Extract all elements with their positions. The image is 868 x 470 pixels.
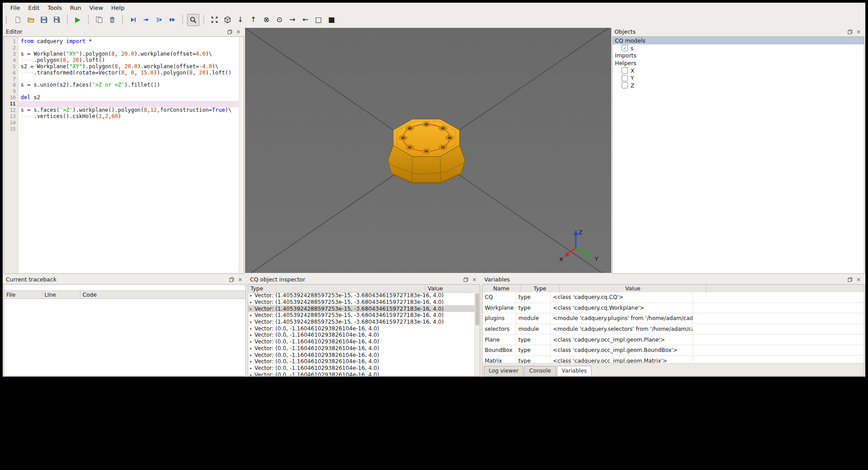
float-button[interactable] [226,28,233,35]
render-button[interactable] [93,14,105,26]
tree-item-imports[interactable]: Imports [613,52,864,59]
scrollbar-thumb[interactable] [475,293,479,325]
column-header-value[interactable]: Value [560,285,706,292]
debug-button[interactable] [127,14,139,26]
branch-expand-icon[interactable]: ▸ [250,300,254,304]
step-in-button[interactable] [153,14,165,26]
menu-item-run[interactable]: Run [66,4,85,12]
variable-row[interactable]: Planetype<class 'cadquery.occ_impl.geom.… [482,334,864,345]
run-button[interactable]: ▶ [72,14,84,26]
checkbox-y[interactable] [622,75,628,81]
branch-expand-icon[interactable]: ▸ [250,359,254,364]
variable-row[interactable]: Matrixtype<class 'cadquery.occ_impl.geom… [482,356,864,364]
open-button[interactable] [25,14,37,26]
editor-scrollbar[interactable] [239,37,244,273]
float-button[interactable] [846,28,854,35]
float-button[interactable] [228,276,235,283]
close-button[interactable]: × [237,276,244,283]
column-header-line[interactable]: Line [42,291,80,299]
iso-view-button[interactable] [221,14,233,26]
inspector-row[interactable]: ▸Vector: (0.0, -1.1604610293826104e-16, … [248,345,475,352]
inspector-scrollbar[interactable] [474,292,480,376]
menu-item-file[interactable]: File [6,4,24,12]
tree-item-z[interactable]: Z [613,82,864,89]
zoom-toggle-button[interactable] [187,14,199,26]
inspector-row[interactable]: ▸Vector: (0.0, -1.1604610293826104e-16, … [248,358,475,365]
right-view-button[interactable]: → [286,14,298,26]
branch-expand-icon[interactable]: ▸ [250,339,254,344]
toolbar-drag-handle[interactable] [6,16,8,24]
branch-expand-icon[interactable]: ▸ [250,313,254,317]
close-button[interactable]: × [855,28,862,35]
tab-log-viewer[interactable]: Log viewer [484,366,523,376]
column-header-code[interactable]: Code [80,291,245,299]
step-button[interactable] [140,14,152,26]
inspector-row[interactable]: ▸Vector: (0.0, -1.1604610293826104e-16, … [248,351,475,358]
variable-row[interactable]: Workplanetype<class 'cadquery.cq.Workpla… [482,303,864,314]
column-header-name[interactable]: Name [482,285,521,292]
inspector-row[interactable]: ▸Vector: (0.0, -1.1604610293826104e-16, … [248,332,475,338]
new-file-button[interactable] [12,14,24,26]
tab-console[interactable]: Console [524,366,556,376]
close-button[interactable]: × [235,28,242,35]
save-as-button[interactable] [51,14,63,26]
delete-button[interactable] [106,14,118,26]
variable-row[interactable]: pluginsmodule<module 'cadquery.plugins' … [482,313,864,324]
tree-item-y[interactable]: Y [613,74,864,82]
checkbox-z[interactable] [622,82,628,88]
inspector-row[interactable]: ▸Vector: (1.4053924288597253e-15, -3.680… [248,299,475,306]
shaded-view-button[interactable]: ■ [325,14,338,26]
checkbox-x[interactable] [622,67,628,74]
inspector-row[interactable]: ▸Vector: (1.4053924288597253e-15, -3.680… [248,292,475,299]
inspector-row[interactable]: ▸Vector: (0.0, -1.1604610293826104e-16, … [248,365,475,372]
column-header-value[interactable]: Value [425,285,480,292]
float-button[interactable] [462,276,469,283]
branch-expand-icon[interactable]: ▸ [250,346,254,351]
left-view-button[interactable]: ← [299,14,311,26]
inspector-row[interactable]: ▸Vector: (0.0, -1.1604610293826104e-16, … [248,325,475,332]
bottom-view-button[interactable]: ↓ [234,14,246,26]
tree-item-cq-models[interactable]: CQ models [613,37,864,44]
branch-expand-icon[interactable]: ▸ [250,293,254,298]
branch-expand-icon[interactable]: ▸ [250,307,254,311]
viewport-3d[interactable]: Z X Y [245,28,611,273]
inspector-row[interactable]: ▸Vector: (0.0, -1.1604610293826104e-16, … [248,338,475,345]
top-view-button[interactable]: ↑ [247,14,259,26]
checkbox-s[interactable]: ✓ [622,45,628,51]
variable-row[interactable]: CQtype<class 'cadquery.cq.CQ'> [482,292,864,303]
tree-item-helpers[interactable]: Helpers [613,59,864,67]
branch-expand-icon[interactable]: ▸ [250,326,254,331]
wireframe-view-button[interactable]: □ [312,14,324,26]
branch-expand-icon[interactable]: ▸ [250,373,254,376]
menu-item-view[interactable]: View [85,4,107,12]
branch-expand-icon[interactable]: ▸ [250,366,254,370]
inspector-row[interactable]: ▸Vector: (1.4053924288597253e-15, -3.680… [248,319,475,325]
tab-variables[interactable]: Variables [557,366,592,376]
tree-item-x[interactable]: X [613,67,864,75]
cad-model[interactable] [388,119,465,183]
continue-button[interactable] [166,14,178,26]
inspector-row[interactable]: ▸Vector: (1.4053924288597253e-15, -3.680… [248,312,475,319]
close-button[interactable]: × [471,276,478,283]
menu-item-edit[interactable]: Edit [24,4,44,12]
column-header-file[interactable]: File [4,291,42,299]
tree-item-s[interactable]: ✓s [613,44,864,52]
close-button[interactable]: × [855,276,862,283]
branch-expand-icon[interactable]: ▸ [250,320,254,324]
column-header-type[interactable]: Type [248,285,425,292]
code-editor[interactable]: 1from cadquery import *23s = Workplane("… [4,36,244,274]
variable-row[interactable]: BoundBoxtype<class 'cadquery.occ_impl.ge… [482,345,864,356]
front-view-button[interactable]: ⊗ [260,14,272,26]
float-button[interactable] [846,276,854,283]
branch-expand-icon[interactable]: ▸ [250,333,254,337]
save-button[interactable] [38,14,50,26]
column-header-type[interactable]: Type [521,285,560,292]
fit-view-button[interactable] [208,14,220,26]
menu-item-help[interactable]: Help [107,4,129,12]
back-view-button[interactable]: ⊙ [273,14,285,26]
inspector-row[interactable]: ▸Vector: (1.4053924288597253e-15, -3.680… [248,305,475,312]
menu-item-tools[interactable]: Tools [44,4,66,12]
variable-row[interactable]: selectorsmodule<module 'cadquery.selecto… [482,324,864,335]
branch-expand-icon[interactable]: ▸ [250,353,254,357]
inspector-row[interactable]: ▸Vector: (0.0, -1.1604610293826104e-16, … [248,371,475,376]
